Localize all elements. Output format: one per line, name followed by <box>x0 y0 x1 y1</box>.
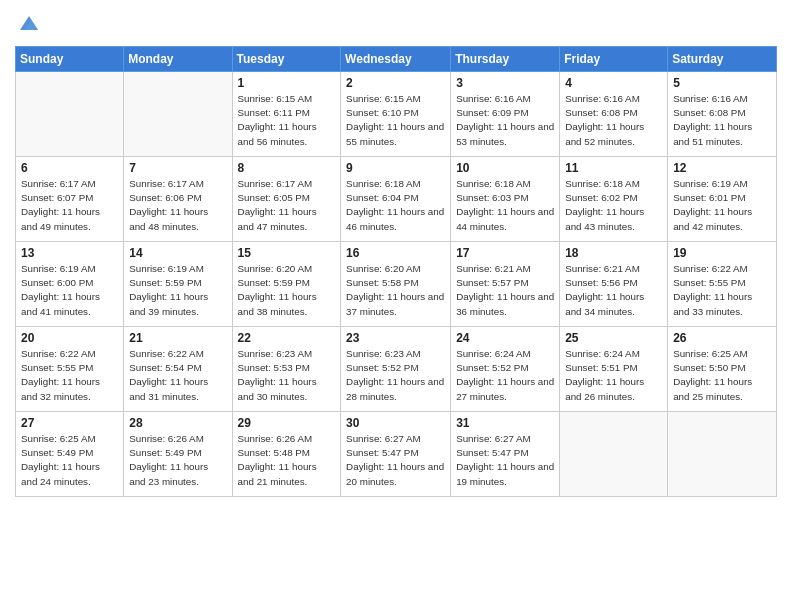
day-number: 6 <box>21 161 118 175</box>
day-number: 26 <box>673 331 771 345</box>
day-header-monday: Monday <box>124 47 232 72</box>
day-info: Sunrise: 6:24 AM Sunset: 5:51 PM Dayligh… <box>565 347 662 404</box>
day-info: Sunrise: 6:19 AM Sunset: 5:59 PM Dayligh… <box>129 262 226 319</box>
calendar-cell: 31Sunrise: 6:27 AM Sunset: 5:47 PM Dayli… <box>451 412 560 497</box>
calendar-cell: 7Sunrise: 6:17 AM Sunset: 6:06 PM Daylig… <box>124 157 232 242</box>
logo-icon <box>18 12 40 38</box>
day-info: Sunrise: 6:27 AM Sunset: 5:47 PM Dayligh… <box>456 432 554 489</box>
day-header-friday: Friday <box>560 47 668 72</box>
calendar-cell: 24Sunrise: 6:24 AM Sunset: 5:52 PM Dayli… <box>451 327 560 412</box>
calendar-cell: 26Sunrise: 6:25 AM Sunset: 5:50 PM Dayli… <box>668 327 777 412</box>
calendar-cell: 15Sunrise: 6:20 AM Sunset: 5:59 PM Dayli… <box>232 242 341 327</box>
day-info: Sunrise: 6:18 AM Sunset: 6:03 PM Dayligh… <box>456 177 554 234</box>
day-number: 19 <box>673 246 771 260</box>
day-number: 24 <box>456 331 554 345</box>
calendar-cell: 8Sunrise: 6:17 AM Sunset: 6:05 PM Daylig… <box>232 157 341 242</box>
calendar-header: SundayMondayTuesdayWednesdayThursdayFrid… <box>16 47 777 72</box>
calendar-cell: 14Sunrise: 6:19 AM Sunset: 5:59 PM Dayli… <box>124 242 232 327</box>
day-number: 10 <box>456 161 554 175</box>
day-info: Sunrise: 6:15 AM Sunset: 6:11 PM Dayligh… <box>238 92 336 149</box>
day-info: Sunrise: 6:25 AM Sunset: 5:49 PM Dayligh… <box>21 432 118 489</box>
calendar-cell: 30Sunrise: 6:27 AM Sunset: 5:47 PM Dayli… <box>341 412 451 497</box>
day-number: 5 <box>673 76 771 90</box>
calendar-cell: 4Sunrise: 6:16 AM Sunset: 6:08 PM Daylig… <box>560 72 668 157</box>
day-info: Sunrise: 6:19 AM Sunset: 6:01 PM Dayligh… <box>673 177 771 234</box>
day-header-sunday: Sunday <box>16 47 124 72</box>
day-info: Sunrise: 6:24 AM Sunset: 5:52 PM Dayligh… <box>456 347 554 404</box>
calendar-cell: 6Sunrise: 6:17 AM Sunset: 6:07 PM Daylig… <box>16 157 124 242</box>
day-info: Sunrise: 6:23 AM Sunset: 5:52 PM Dayligh… <box>346 347 445 404</box>
day-info: Sunrise: 6:21 AM Sunset: 5:56 PM Dayligh… <box>565 262 662 319</box>
day-info: Sunrise: 6:22 AM Sunset: 5:55 PM Dayligh… <box>21 347 118 404</box>
week-row-5: 27Sunrise: 6:25 AM Sunset: 5:49 PM Dayli… <box>16 412 777 497</box>
week-row-3: 13Sunrise: 6:19 AM Sunset: 6:00 PM Dayli… <box>16 242 777 327</box>
day-number: 3 <box>456 76 554 90</box>
calendar-cell: 10Sunrise: 6:18 AM Sunset: 6:03 PM Dayli… <box>451 157 560 242</box>
day-number: 15 <box>238 246 336 260</box>
day-number: 20 <box>21 331 118 345</box>
day-info: Sunrise: 6:20 AM Sunset: 5:58 PM Dayligh… <box>346 262 445 319</box>
calendar-cell: 19Sunrise: 6:22 AM Sunset: 5:55 PM Dayli… <box>668 242 777 327</box>
day-number: 7 <box>129 161 226 175</box>
day-number: 8 <box>238 161 336 175</box>
calendar-cell: 28Sunrise: 6:26 AM Sunset: 5:49 PM Dayli… <box>124 412 232 497</box>
day-number: 21 <box>129 331 226 345</box>
day-info: Sunrise: 6:17 AM Sunset: 6:05 PM Dayligh… <box>238 177 336 234</box>
day-number: 30 <box>346 416 445 430</box>
calendar-cell: 27Sunrise: 6:25 AM Sunset: 5:49 PM Dayli… <box>16 412 124 497</box>
day-number: 28 <box>129 416 226 430</box>
day-header-saturday: Saturday <box>668 47 777 72</box>
calendar-cell: 23Sunrise: 6:23 AM Sunset: 5:52 PM Dayli… <box>341 327 451 412</box>
day-info: Sunrise: 6:20 AM Sunset: 5:59 PM Dayligh… <box>238 262 336 319</box>
day-number: 14 <box>129 246 226 260</box>
day-info: Sunrise: 6:22 AM Sunset: 5:55 PM Dayligh… <box>673 262 771 319</box>
calendar-cell: 20Sunrise: 6:22 AM Sunset: 5:55 PM Dayli… <box>16 327 124 412</box>
calendar-table: SundayMondayTuesdayWednesdayThursdayFrid… <box>15 46 777 497</box>
day-header-tuesday: Tuesday <box>232 47 341 72</box>
calendar-cell: 9Sunrise: 6:18 AM Sunset: 6:04 PM Daylig… <box>341 157 451 242</box>
day-info: Sunrise: 6:25 AM Sunset: 5:50 PM Dayligh… <box>673 347 771 404</box>
day-info: Sunrise: 6:22 AM Sunset: 5:54 PM Dayligh… <box>129 347 226 404</box>
day-number: 27 <box>21 416 118 430</box>
day-number: 25 <box>565 331 662 345</box>
day-number: 18 <box>565 246 662 260</box>
day-info: Sunrise: 6:23 AM Sunset: 5:53 PM Dayligh… <box>238 347 336 404</box>
day-info: Sunrise: 6:19 AM Sunset: 6:00 PM Dayligh… <box>21 262 118 319</box>
day-number: 9 <box>346 161 445 175</box>
calendar-cell <box>668 412 777 497</box>
day-number: 4 <box>565 76 662 90</box>
day-number: 31 <box>456 416 554 430</box>
day-info: Sunrise: 6:27 AM Sunset: 5:47 PM Dayligh… <box>346 432 445 489</box>
day-info: Sunrise: 6:18 AM Sunset: 6:04 PM Dayligh… <box>346 177 445 234</box>
calendar-body: 1Sunrise: 6:15 AM Sunset: 6:11 PM Daylig… <box>16 72 777 497</box>
week-row-4: 20Sunrise: 6:22 AM Sunset: 5:55 PM Dayli… <box>16 327 777 412</box>
day-info: Sunrise: 6:16 AM Sunset: 6:08 PM Dayligh… <box>673 92 771 149</box>
day-number: 11 <box>565 161 662 175</box>
calendar-cell <box>560 412 668 497</box>
day-number: 2 <box>346 76 445 90</box>
calendar-cell: 5Sunrise: 6:16 AM Sunset: 6:08 PM Daylig… <box>668 72 777 157</box>
week-row-1: 1Sunrise: 6:15 AM Sunset: 6:11 PM Daylig… <box>16 72 777 157</box>
week-row-2: 6Sunrise: 6:17 AM Sunset: 6:07 PM Daylig… <box>16 157 777 242</box>
calendar-cell: 22Sunrise: 6:23 AM Sunset: 5:53 PM Dayli… <box>232 327 341 412</box>
day-number: 29 <box>238 416 336 430</box>
calendar-cell: 17Sunrise: 6:21 AM Sunset: 5:57 PM Dayli… <box>451 242 560 327</box>
day-header-wednesday: Wednesday <box>341 47 451 72</box>
calendar-cell: 2Sunrise: 6:15 AM Sunset: 6:10 PM Daylig… <box>341 72 451 157</box>
calendar-cell: 18Sunrise: 6:21 AM Sunset: 5:56 PM Dayli… <box>560 242 668 327</box>
calendar-cell <box>16 72 124 157</box>
day-number: 16 <box>346 246 445 260</box>
calendar-cell: 11Sunrise: 6:18 AM Sunset: 6:02 PM Dayli… <box>560 157 668 242</box>
calendar-cell: 13Sunrise: 6:19 AM Sunset: 6:00 PM Dayli… <box>16 242 124 327</box>
day-header-thursday: Thursday <box>451 47 560 72</box>
calendar-cell: 12Sunrise: 6:19 AM Sunset: 6:01 PM Dayli… <box>668 157 777 242</box>
day-info: Sunrise: 6:15 AM Sunset: 6:10 PM Dayligh… <box>346 92 445 149</box>
day-info: Sunrise: 6:21 AM Sunset: 5:57 PM Dayligh… <box>456 262 554 319</box>
calendar-cell: 3Sunrise: 6:16 AM Sunset: 6:09 PM Daylig… <box>451 72 560 157</box>
day-info: Sunrise: 6:26 AM Sunset: 5:49 PM Dayligh… <box>129 432 226 489</box>
calendar-cell: 29Sunrise: 6:26 AM Sunset: 5:48 PM Dayli… <box>232 412 341 497</box>
day-info: Sunrise: 6:17 AM Sunset: 6:07 PM Dayligh… <box>21 177 118 234</box>
day-number: 12 <box>673 161 771 175</box>
calendar-cell <box>124 72 232 157</box>
day-number: 13 <box>21 246 118 260</box>
